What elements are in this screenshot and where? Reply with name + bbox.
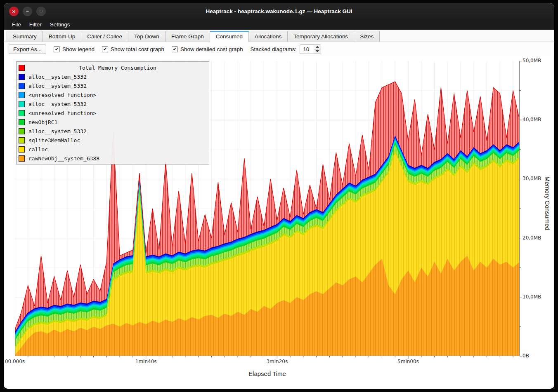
legend-item-label: alloc__system_5332 xyxy=(28,128,87,134)
legend-swatch xyxy=(19,92,25,98)
maximize-button[interactable]: □ xyxy=(36,7,46,16)
x-axis-title: Elapsed Time xyxy=(15,370,520,377)
y-tick-label: 10,0MB xyxy=(523,294,541,300)
legend-title-row: Total Memory Consumption xyxy=(19,63,207,72)
toolbar: Export As... Show legend Show total cost… xyxy=(4,42,554,56)
tab-allocations[interactable]: Allocations xyxy=(248,31,288,42)
legend-item-label: alloc__system_5332 xyxy=(28,74,87,80)
chart-legend: Total Memory Consumptionalloc__system_53… xyxy=(16,61,209,164)
legend-item: sqlite3MemMalloc xyxy=(19,136,207,145)
legend-item: alloc__system_5332 xyxy=(19,99,207,108)
close-button[interactable]: × xyxy=(9,7,19,16)
menu-item-file[interactable]: File xyxy=(8,20,25,29)
legend-item-label: alloc__system_5332 xyxy=(28,83,87,89)
y-tick-label: 20,0MB xyxy=(523,235,541,241)
legend-item: rawNewObj__system_6388 xyxy=(19,154,207,163)
tab-bar: SummaryBottom-UpCaller / CalleeTop-DownF… xyxy=(4,30,554,42)
tab-flame-graph[interactable]: Flame Graph xyxy=(165,31,210,42)
legend-item-label: <unresolved function> xyxy=(28,110,96,116)
legend-swatch xyxy=(19,155,25,162)
y-tick-label: 40,0MB xyxy=(523,117,541,122)
window-controls: × – □ xyxy=(9,3,46,19)
legend-item-label: newObjRC1 xyxy=(28,119,57,125)
checkbox-show-legend[interactable]: Show legend xyxy=(54,46,95,52)
spinner-buttons xyxy=(314,45,321,54)
window-title: Heaptrack - heaptrack.wakunode.1.gz — He… xyxy=(206,8,352,14)
tab-sizes[interactable]: Sizes xyxy=(354,31,380,42)
checkbox-checked-icon xyxy=(54,46,60,52)
legend-item-label: calloc xyxy=(28,146,48,153)
legend-swatch xyxy=(19,101,25,107)
checkbox-checked-icon xyxy=(102,46,108,52)
tab-temporary-allocations[interactable]: Temporary Allocations xyxy=(287,31,354,42)
legend-title: Total Memory Consumption xyxy=(28,65,207,71)
legend-swatch xyxy=(19,83,25,89)
legend-swatch xyxy=(19,74,25,80)
checkbox-label: Show legend xyxy=(62,46,95,52)
checkbox-label: Show detailed cost graph xyxy=(180,46,243,52)
tab-summary[interactable]: Summary xyxy=(7,31,43,42)
close-icon: × xyxy=(12,8,16,14)
maximize-icon: □ xyxy=(40,9,42,13)
x-tick-label: 5min00s xyxy=(397,359,419,364)
y-axis-title: Memory Consumed xyxy=(544,176,551,230)
legend-item: calloc xyxy=(19,145,207,154)
legend-swatch xyxy=(19,128,25,134)
checkbox-show-total-cost-graph[interactable]: Show total cost graph xyxy=(102,46,164,52)
menu-item-filter[interactable]: Filter xyxy=(25,20,46,29)
checkbox-label: Show total cost graph xyxy=(111,46,164,52)
legend-swatch xyxy=(19,119,25,125)
checkbox-show-detailed-cost-graph[interactable]: Show detailed cost graph xyxy=(172,46,243,52)
minimize-button[interactable]: – xyxy=(23,7,32,16)
legend-item: alloc__system_5332 xyxy=(19,81,207,90)
spinner-value: 10 xyxy=(300,45,314,54)
legend-swatch xyxy=(19,137,25,143)
menu-item-settings[interactable]: Settings xyxy=(46,20,74,29)
y-tick-label: 30,0MB xyxy=(523,176,541,181)
menu-bar: FileFilterSettings xyxy=(4,19,554,30)
legend-item-label: rawNewObj__system_6388 xyxy=(28,155,99,162)
legend-item-label: alloc__system_5332 xyxy=(28,101,87,107)
spin-down-icon[interactable] xyxy=(314,49,321,54)
legend-item: <unresolved function> xyxy=(19,108,207,117)
tab-consumed[interactable]: Consumed xyxy=(210,31,249,42)
legend-swatch xyxy=(19,110,25,116)
minimize-icon: – xyxy=(26,9,29,14)
legend-item: <unresolved function> xyxy=(19,90,207,99)
stacked-diagrams-spinner[interactable]: 10 xyxy=(300,45,321,54)
spin-up-icon[interactable] xyxy=(314,45,321,49)
legend-item: alloc__system_5332 xyxy=(19,72,207,81)
legend-item-label: <unresolved function> xyxy=(28,92,96,98)
checkbox-checked-icon xyxy=(172,46,178,52)
legend-item: alloc__system_5332 xyxy=(19,127,207,136)
consumed-chart[interactable]: Total Memory Consumptionalloc__system_53… xyxy=(4,56,554,389)
x-tick-label: 00.000s xyxy=(5,359,25,364)
legend-swatch xyxy=(19,146,25,153)
legend-swatch xyxy=(19,65,25,71)
stacked-diagrams-label: Stacked diagrams: xyxy=(251,46,297,52)
legend-item-label: sqlite3MemMalloc xyxy=(28,137,80,143)
legend-item: newObjRC1 xyxy=(19,117,207,127)
x-tick-label: 1min40s xyxy=(135,359,157,364)
y-tick-label: 50,0MB xyxy=(523,58,541,63)
y-tick-label: 0B xyxy=(523,353,529,359)
x-tick-label: 3min20s xyxy=(266,359,288,364)
export-as-button[interactable]: Export As... xyxy=(9,45,46,54)
tab-bottom-up[interactable]: Bottom-Up xyxy=(43,31,82,42)
tab-top-down[interactable]: Top-Down xyxy=(128,31,166,42)
title-bar[interactable]: × – □ Heaptrack - heaptrack.wakunode.1.g… xyxy=(4,3,554,19)
tab-caller-callee[interactable]: Caller / Callee xyxy=(81,31,128,42)
heaptrack-window: × – □ Heaptrack - heaptrack.wakunode.1.g… xyxy=(4,3,554,389)
